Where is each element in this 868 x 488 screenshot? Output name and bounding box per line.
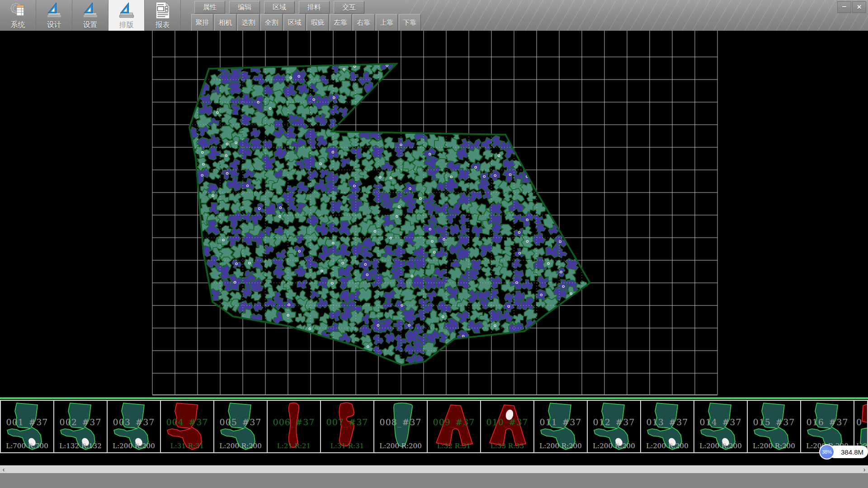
minimize-button[interactable]: − bbox=[837, 1, 851, 13]
window-controls: − × bbox=[837, 1, 866, 13]
set-square-icon bbox=[118, 2, 135, 19]
part-id-label: 008_#37 bbox=[374, 417, 427, 427]
part-thumbnail-1[interactable]: 001_#37 L:700 R:700 bbox=[0, 400, 53, 453]
part-lr-count-label: L:200 R:200 bbox=[588, 442, 640, 450]
tool-button-6[interactable]: 瑕疵 bbox=[307, 14, 329, 31]
part-id-label: 002_#37 bbox=[54, 417, 107, 427]
part-lr-count-label: L:32 R:31 bbox=[428, 442, 480, 450]
part-id-label: 013_#37 bbox=[641, 417, 693, 427]
scroll-left-arrow-icon[interactable]: ‹ bbox=[0, 466, 7, 473]
set-square-icon bbox=[82, 2, 99, 19]
application-window: 系统 设计 设置 排版 报表 属性编辑区域排料交互 bbox=[0, 0, 868, 488]
part-id-label: 001_#37 bbox=[1, 417, 53, 427]
part-id-label: 004_#37 bbox=[161, 417, 213, 427]
part-id-label: 006_#37 bbox=[268, 417, 320, 427]
main-tab-label: 设计 bbox=[47, 20, 61, 30]
part-lr-count-label: L:200 R:200 bbox=[694, 442, 747, 450]
part-thumbnail-10[interactable]: 010_#37 L:33 R:33 bbox=[480, 400, 533, 453]
part-id-label: 011_#37 bbox=[534, 417, 587, 427]
tool-button-3[interactable]: 选割 bbox=[237, 14, 259, 31]
part-id-label: 015_#37 bbox=[748, 417, 800, 427]
menu-bar: 属性编辑区域排料交互 bbox=[194, 1, 364, 14]
part-lr-count-label: L:200 R:200 bbox=[214, 442, 267, 450]
main-tab-label: 设置 bbox=[83, 20, 98, 30]
horizontal-scrollbar[interactable]: ‹ › bbox=[0, 465, 868, 473]
part-thumbnail-4[interactable]: 004_#37 L:31 R:31 bbox=[160, 400, 213, 453]
part-lr-count-label: L:200 R:200 bbox=[374, 442, 427, 450]
menu-item-3[interactable]: 区域 bbox=[264, 1, 295, 14]
part-thumbnail-11[interactable]: 011_#37 L:200 R:200 bbox=[533, 400, 587, 453]
system-gear-icon bbox=[9, 2, 27, 19]
main-tab-3[interactable]: 设置 bbox=[72, 0, 108, 31]
part-id-label: 0 bbox=[856, 417, 868, 427]
bottom-status-bar bbox=[0, 473, 868, 488]
scroll-right-arrow-icon[interactable]: › bbox=[861, 466, 868, 473]
parts-thumbnail-strip: 001_#37 L:700 R:700 002_#37 L:132 R:132 … bbox=[0, 400, 868, 453]
panel-separator bbox=[0, 397, 868, 399]
part-thumbnail-15[interactable]: 015_#37 L:200 R:200 bbox=[747, 400, 800, 453]
part-lr-count-label: L:21 R:21 bbox=[268, 442, 320, 450]
part-lr-count-label: L:200 R:200 bbox=[641, 442, 693, 450]
menu-item-5[interactable]: 交互 bbox=[334, 1, 364, 14]
part-id-label: 007_#37 bbox=[321, 417, 373, 427]
set-square-icon bbox=[46, 2, 63, 19]
main-tab-2[interactable]: 设计 bbox=[36, 0, 72, 31]
part-lr-count-label: L:200 R:200 bbox=[534, 442, 587, 450]
main-tab-1[interactable]: 系统 bbox=[0, 0, 36, 31]
part-id-label: 005_#37 bbox=[214, 417, 267, 427]
part-thumbnail-6[interactable]: 006_#37 L:21 R:21 bbox=[267, 400, 320, 453]
tool-button-2[interactable]: 相机 bbox=[214, 14, 236, 31]
part-thumbnail-5[interactable]: 005_#37 L:200 R:200 bbox=[213, 400, 267, 453]
part-thumbnail-14[interactable]: 014_#37 L:200 R:200 bbox=[693, 400, 747, 453]
part-id-label: 010_#37 bbox=[481, 417, 533, 427]
part-lr-count-label: L:200 R:200 bbox=[108, 442, 160, 450]
tool-button-5[interactable]: 区域 bbox=[283, 14, 306, 31]
main-icon-bar: 系统 设计 设置 排版 报表 bbox=[0, 0, 181, 31]
menu-item-2[interactable]: 编辑 bbox=[229, 1, 260, 14]
part-lr-count-label: L:132 R:132 bbox=[54, 442, 107, 450]
part-id-label: 012_#37 bbox=[588, 417, 640, 427]
part-thumbnail-9[interactable]: 009_#37 L:32 R:31 bbox=[427, 400, 480, 453]
toolbar: 系统 设计 设置 排版 报表 属性编辑区域排料交互 bbox=[0, 0, 868, 31]
part-id-label: 016_#37 bbox=[801, 417, 854, 427]
main-tab-label: 排版 bbox=[119, 20, 134, 30]
part-lr-count-label: L:700 R:700 bbox=[1, 442, 53, 450]
menu-item-4[interactable]: 排料 bbox=[299, 1, 330, 14]
part-thumbnail-3[interactable]: 003_#37 L:200 R:200 bbox=[107, 400, 160, 453]
part-id-label: 009_#37 bbox=[428, 417, 480, 427]
close-button[interactable]: × bbox=[852, 1, 866, 13]
part-id-label: 003_#37 bbox=[108, 417, 160, 427]
tool-button-4[interactable]: 全割 bbox=[260, 14, 283, 31]
part-thumbnail-2[interactable]: 002_#37 L:132 R:132 bbox=[53, 400, 107, 453]
tool-button-8[interactable]: 右靠 bbox=[353, 14, 375, 31]
report-document-icon bbox=[155, 2, 170, 19]
tool-button-7[interactable]: 左靠 bbox=[330, 14, 352, 31]
tool-button-10[interactable]: 下靠 bbox=[399, 14, 421, 31]
part-thumbnail-7[interactable]: 007_#37 L:31 R:31 bbox=[320, 400, 373, 453]
tool-button-1[interactable]: 聚排 bbox=[191, 14, 213, 31]
main-tab-label: 报表 bbox=[156, 20, 170, 30]
main-tab-5[interactable]: 报表 bbox=[145, 0, 181, 31]
part-thumbnail-12[interactable]: 012_#37 L:200 R:200 bbox=[587, 400, 640, 453]
main-tab-4[interactable]: 排版 bbox=[108, 0, 145, 31]
main-tab-label: 系统 bbox=[11, 20, 25, 30]
part-thumbnail-13[interactable]: 013_#37 L:200 R:200 bbox=[640, 400, 693, 453]
part-lr-count-label: L:200 R:200 bbox=[748, 442, 800, 450]
menu-item-1[interactable]: 属性 bbox=[194, 1, 225, 14]
toolbar-hatch-texture bbox=[407, 0, 868, 31]
part-thumbnail-8[interactable]: 008_#37 L:200 R:200 bbox=[373, 400, 427, 453]
part-lr-count-label: L:33 R:33 bbox=[481, 442, 533, 450]
part-lr-count-label: L:31 R:31 bbox=[321, 442, 373, 450]
usage-percent-badge: 38% bbox=[819, 444, 835, 460]
part-lr-count-label: L:31 R:31 bbox=[161, 442, 213, 450]
tool-button-bar: 聚排相机选割全割区域瑕疵左靠右靠上靠下靠 bbox=[191, 14, 421, 31]
nesting-canvas[interactable] bbox=[0, 31, 868, 397]
tool-button-9[interactable]: 上靠 bbox=[376, 14, 398, 31]
nesting-layout-drawing bbox=[151, 31, 868, 396]
part-id-label: 014_#37 bbox=[694, 417, 747, 427]
